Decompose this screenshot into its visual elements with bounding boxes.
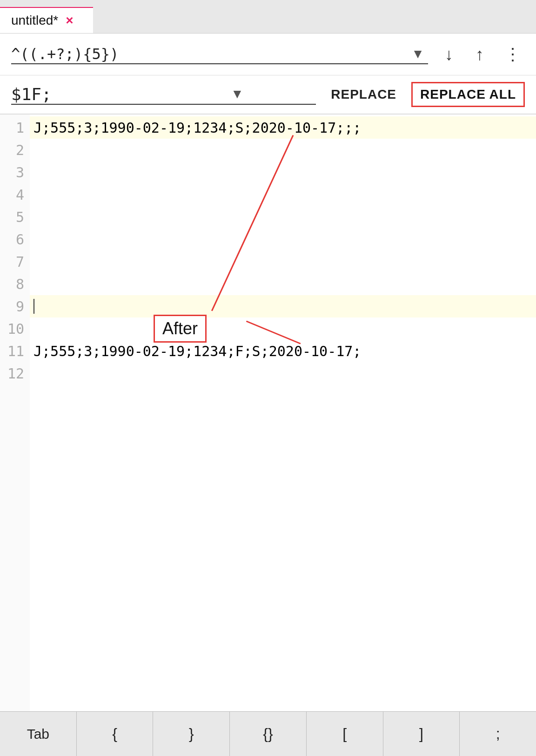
line-number-8: 8: [0, 273, 24, 295]
keyboard-key-;[interactable]: ;: [460, 712, 536, 756]
replace-input[interactable]: [11, 85, 227, 104]
code-line-4[interactable]: [30, 183, 536, 206]
tab-close-button[interactable]: ×: [66, 13, 73, 28]
line-numbers: 123456789101112: [0, 115, 30, 711]
line-number-2: 2: [0, 139, 24, 161]
line-number-3: 3: [0, 161, 24, 183]
code-line-5[interactable]: [30, 206, 536, 228]
replace-input-wrapper: ▼: [11, 85, 316, 105]
replace-dropdown-arrow[interactable]: ▼: [227, 85, 248, 103]
keyboard-key-brace-close[interactable]: }: [153, 712, 230, 756]
code-text-11: J;555;3;1990-02-19;1234;F;S;2020-10-17;: [34, 343, 361, 359]
editor-area: 123456789101112 J;555;3;1990-02-19;1234;…: [0, 115, 536, 711]
line-number-12: 12: [0, 362, 24, 385]
line-number-6: 6: [0, 228, 24, 250]
code-line-6[interactable]: [30, 228, 536, 250]
search-nav-up-button[interactable]: ↑: [470, 43, 489, 66]
keyboard-key-brace-openbrace-close[interactable]: {}: [230, 712, 307, 756]
line-number-5: 5: [0, 206, 24, 228]
line-number-1: 1: [0, 116, 24, 139]
code-line-1[interactable]: J;555;3;1990-02-19;1234;S;2020-10-17;;;: [30, 116, 536, 139]
more-icon: ⋮: [504, 45, 521, 64]
tab-bar: untitled* ×: [0, 0, 536, 34]
search-input[interactable]: [11, 45, 408, 63]
line-number-11: 11: [0, 340, 24, 362]
replace-button[interactable]: REPLACE: [323, 83, 404, 106]
arrow-up-icon: ↑: [476, 45, 484, 64]
keyboard-key-Tab[interactable]: Tab: [0, 712, 77, 756]
keyboard-bar: Tab{}{}[];: [0, 711, 536, 756]
line-number-7: 7: [0, 250, 24, 273]
code-lines[interactable]: J;555;3;1990-02-19;1234;S;2020-10-17;;;J…: [30, 115, 536, 711]
code-line-12[interactable]: [30, 362, 536, 385]
code-line-11[interactable]: J;555;3;1990-02-19;1234;F;S;2020-10-17;: [30, 340, 536, 362]
tab-untitled[interactable]: untitled* ×: [0, 7, 93, 33]
code-line-9[interactable]: [30, 295, 536, 317]
line-number-9: 9: [0, 295, 24, 317]
keyboard-key-brace-open[interactable]: {: [77, 712, 154, 756]
arrow-down-icon: ↓: [445, 45, 453, 64]
search-bar: ▼ ↓ ↑ ⋮: [0, 34, 536, 75]
search-dropdown-arrow[interactable]: ▼: [408, 45, 428, 63]
replace-bar: ▼ REPLACE REPLACE ALL: [0, 75, 536, 115]
line-number-4: 4: [0, 183, 24, 206]
code-text-1: J;555;3;1990-02-19;1234;S;2020-10-17;;;: [34, 120, 361, 136]
keyboard-key-bracket-close[interactable]: ]: [383, 712, 460, 756]
code-line-8[interactable]: [30, 273, 536, 295]
code-line-10[interactable]: [30, 317, 536, 340]
search-nav-down-button[interactable]: ↓: [439, 43, 459, 66]
line-number-10: 10: [0, 317, 24, 340]
search-more-button[interactable]: ⋮: [501, 43, 525, 66]
keyboard-key-bracket-open[interactable]: [: [307, 712, 383, 756]
replace-all-button[interactable]: REPLACE ALL: [411, 82, 525, 107]
search-input-wrapper: ▼: [11, 45, 428, 64]
tab-title: untitled*: [11, 13, 58, 28]
code-line-2[interactable]: [30, 139, 536, 161]
code-line-3[interactable]: [30, 161, 536, 183]
code-line-7[interactable]: [30, 250, 536, 273]
